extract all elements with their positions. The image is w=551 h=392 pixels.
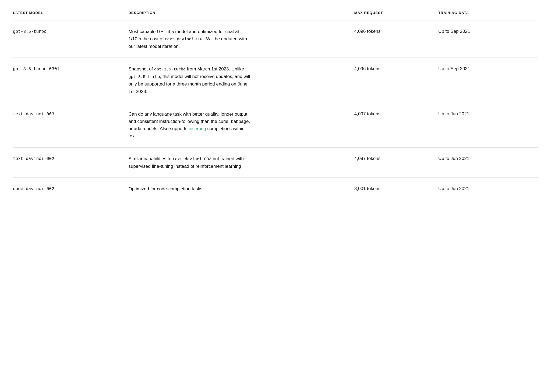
training-data-value: Up to Jun 2021 xyxy=(438,156,469,161)
training-data-cell: Up to Sep 2021 xyxy=(438,20,538,58)
training-data-value: Up to Sep 2021 xyxy=(438,66,470,71)
tokens-value: 4,096 tokens xyxy=(354,29,380,34)
table-row: code-davinci-002Optimized for code-compl… xyxy=(13,177,538,200)
model-name-cell: gpt-3.5-turbo xyxy=(13,20,128,58)
max-request-cell: 8,001 tokens xyxy=(354,177,438,200)
tokens-value: 4,096 tokens xyxy=(354,66,380,71)
header-training-data: TRAINING DATA xyxy=(438,11,538,20)
model-name-cell: gpt-3.5-turbo-0301 xyxy=(13,58,128,103)
training-data-cell: Up to Jun 2021 xyxy=(438,177,538,200)
table-row: text-davinci-003Can do any language task… xyxy=(13,103,538,147)
training-data-value: Up to Sep 2021 xyxy=(438,29,470,34)
model-name-cell: code-davinci-002 xyxy=(13,177,128,200)
description-cell: Most capable GPT-3.5 model and optimized… xyxy=(128,20,354,58)
max-request-cell: 4,096 tokens xyxy=(354,58,438,103)
header-model: LATEST MODEL xyxy=(13,11,128,20)
model-name: gpt-3.5-turbo-0301 xyxy=(13,67,59,72)
training-data-cell: Up to Sep 2021 xyxy=(438,58,538,103)
header-description: DESCRIPTION xyxy=(128,11,354,20)
tokens-value: 4,097 tokens xyxy=(354,111,380,116)
inline-code: text-davinci-003 xyxy=(173,157,211,162)
model-name: text-davinci-003 xyxy=(13,112,54,117)
description-cell: Snapshot of gpt-3.5-turbo from March 1st… xyxy=(128,58,354,103)
description-text: Snapshot of gpt-3.5-turbo from March 1st… xyxy=(128,65,252,95)
description-text: Can do any language task with better qua… xyxy=(128,111,252,140)
description-link[interactable]: inserting xyxy=(189,126,206,131)
header-max-request: MAX REQUEST xyxy=(354,11,438,20)
table-row: gpt-3.5-turbo-0301Snapshot of gpt-3.5-tu… xyxy=(13,58,538,103)
model-name: gpt-3.5-turbo xyxy=(13,29,47,34)
training-data-value: Up to Jun 2021 xyxy=(438,186,469,191)
table-row: text-davinci-002Similar capabilities to … xyxy=(13,147,538,177)
model-name: code-davinci-002 xyxy=(13,187,54,191)
training-data-cell: Up to Jun 2021 xyxy=(438,103,538,147)
inline-code: gpt-3.5-turbo xyxy=(128,75,160,79)
description-cell: Optimized for code-completion tasks xyxy=(128,177,354,200)
training-data-value: Up to Jun 2021 xyxy=(438,111,469,116)
model-name-cell: text-davinci-002 xyxy=(13,147,128,177)
description-text: Similar capabilities to text-davinci-003… xyxy=(128,155,252,170)
description-cell: Similar capabilities to text-davinci-003… xyxy=(128,147,354,177)
description-text: Optimized for code-completion tasks xyxy=(128,185,252,193)
description-cell: Can do any language task with better qua… xyxy=(128,103,354,147)
table-row: gpt-3.5-turboMost capable GPT-3.5 model … xyxy=(13,20,538,58)
model-name: text-davinci-002 xyxy=(13,156,54,161)
tokens-value: 8,001 tokens xyxy=(354,186,380,191)
inline-code: text-davinci-003 xyxy=(165,37,204,42)
max-request-cell: 4,096 tokens xyxy=(354,20,438,58)
description-text: Most capable GPT-3.5 model and optimized… xyxy=(128,28,252,50)
training-data-cell: Up to Jun 2021 xyxy=(438,147,538,177)
models-table: LATEST MODEL DESCRIPTION MAX REQUEST TRA… xyxy=(13,11,538,200)
max-request-cell: 4,097 tokens xyxy=(354,103,438,147)
model-name-cell: text-davinci-003 xyxy=(13,103,128,147)
inline-code: gpt-3.5-turbo xyxy=(154,67,186,72)
tokens-value: 4,097 tokens xyxy=(354,156,380,161)
max-request-cell: 4,097 tokens xyxy=(354,147,438,177)
